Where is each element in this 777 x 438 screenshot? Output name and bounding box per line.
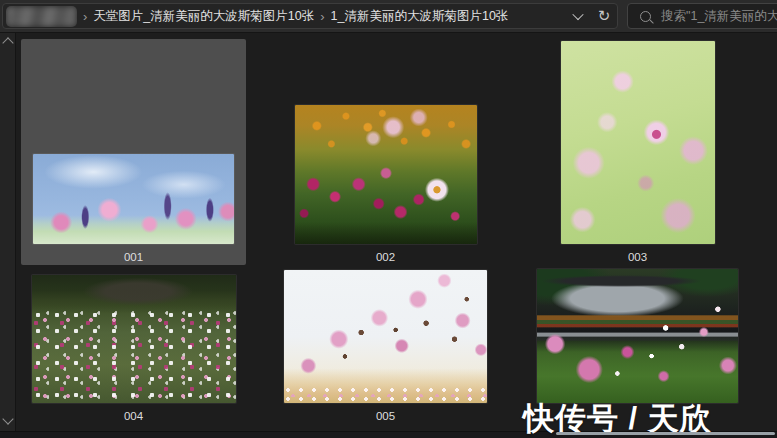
file-item-003[interactable]: 003 — [525, 39, 750, 265]
file-thumbnail-003 — [561, 41, 715, 244]
search-icon — [640, 11, 651, 22]
search-box — [627, 3, 777, 29]
breadcrumb-separator-icon: › — [314, 9, 330, 24]
redacted-drive-chip[interactable] — [6, 6, 77, 27]
redacted-blur — [6, 6, 77, 27]
file-item-004[interactable]: 004 — [21, 267, 246, 424]
file-label: 001 — [124, 249, 143, 265]
chevron-down-icon — [572, 9, 583, 20]
file-label: 003 — [628, 249, 647, 265]
address-bar[interactable]: › 天堂图片_清新美丽的大波斯菊图片10张 › 1_清新美丽的大波斯菊图片10张… — [2, 3, 618, 29]
file-thumbnail-002 — [295, 105, 477, 244]
file-label: 005 — [376, 408, 395, 424]
file-thumbnail-004 — [32, 275, 236, 403]
file-item-002[interactable]: 002 — [273, 39, 498, 265]
toolbar: › 天堂图片_清新美丽的大波斯菊图片10张 › 1_清新美丽的大波斯菊图片10张… — [0, 0, 777, 33]
file-item-001[interactable]: 001 — [21, 39, 246, 265]
watermark-underline — [556, 432, 775, 435]
refresh-button[interactable]: ↻ — [591, 5, 617, 27]
file-grid: 001 002 003 004 005 — [0, 33, 777, 431]
file-thumbnail-001 — [33, 154, 234, 244]
file-item-005[interactable]: 005 — [273, 267, 498, 424]
breadcrumb-separator-icon: › — [77, 9, 93, 24]
file-thumbnail-005 — [284, 270, 487, 403]
file-label: 004 — [124, 408, 143, 424]
address-dropdown-button[interactable] — [565, 5, 591, 27]
file-label: 002 — [376, 249, 395, 265]
breadcrumb-item-parent-folder[interactable]: 天堂图片_清新美丽的大波斯菊图片10张 — [93, 8, 314, 25]
search-input[interactable] — [659, 8, 777, 24]
file-thumbnail-006 — [537, 269, 738, 403]
refresh-icon: ↻ — [598, 9, 611, 24]
breadcrumb-item-current-folder[interactable]: 1_清新美丽的大波斯菊图片10张 — [331, 8, 509, 25]
